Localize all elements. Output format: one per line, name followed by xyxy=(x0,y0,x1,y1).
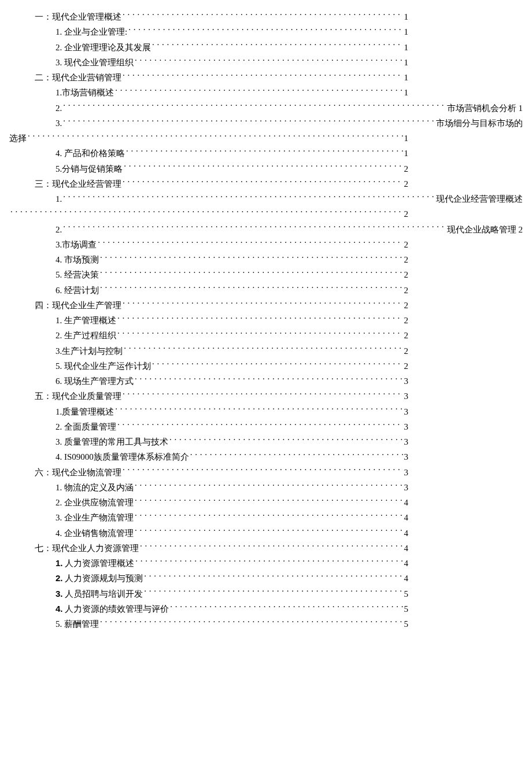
toc-entry-label: 2. 人力资源规划与预测 xyxy=(56,571,143,586)
toc-entry: 4. 企业销售物流管理4 xyxy=(56,526,408,541)
toc-entry: 1. 人力资源管理概述4 xyxy=(56,556,408,571)
toc-entry-label: 4. 人力资源的绩效管理与评价 xyxy=(56,601,169,616)
toc-entry-page: 1 xyxy=(404,85,409,100)
toc-entry: 6. 经营计划2 xyxy=(56,283,408,298)
dot-leader xyxy=(135,527,403,536)
toc-entry-page: 3 xyxy=(404,434,409,449)
dot-leader xyxy=(100,285,403,293)
toc-entry-label: 七：现代企业人力资源管理 xyxy=(35,541,139,556)
toc-entry-page: 2 xyxy=(404,267,409,282)
toc-entry-label: 2. 企业管理理论及其发展 xyxy=(56,40,151,55)
toc-entry-label: 5.分销与促销策略 xyxy=(56,161,123,176)
toc-entry: 2. 企业管理理论及其发展1 xyxy=(56,40,408,55)
toc-entry-label: 五：现代企业质量管理 xyxy=(35,389,121,404)
dot-leader xyxy=(98,239,402,247)
toc-entry-page: 2 xyxy=(404,328,409,343)
dot-leader xyxy=(135,512,403,520)
toc-entry: 2.现代企业战略管理 2 xyxy=(56,222,523,237)
toc-entry-page: 5 xyxy=(404,601,409,616)
toc-entry: 3.市场调查2 xyxy=(56,237,408,252)
toc-entry: 4. 产品和价格策略1 xyxy=(56,146,408,161)
toc-entry-label: 1.市场营销概述 xyxy=(56,85,114,100)
toc-entry-label: 选择 xyxy=(9,131,27,146)
dot-leader xyxy=(170,603,402,612)
toc-entry-page: 5 xyxy=(404,586,409,601)
toc-entry: 2 xyxy=(9,206,408,221)
toc-entry: 1.现代企业经营管理概述 xyxy=(56,191,523,206)
toc-entry: 2.市场营销机会分析 1 xyxy=(56,101,523,116)
toc-entry-page: 4 xyxy=(404,495,409,510)
toc-entry-label: 6. 现场生产管理方式 xyxy=(56,374,134,389)
toc-entry-page: 3 xyxy=(404,374,409,389)
toc-entry: 2. 企业供应物流管理4 xyxy=(56,495,408,510)
toc-entry-label: 3. 质量管理的常用工具与技术 xyxy=(56,434,168,449)
dot-leader xyxy=(117,315,403,323)
toc-entry-label: 5. 经营决策 xyxy=(56,267,99,282)
toc-entry: 5. 经营决策2 xyxy=(56,267,408,282)
dot-leader xyxy=(126,147,403,156)
toc-entry: 四：现代企业生产管理2 xyxy=(35,298,408,313)
toc-entry-page: 3 xyxy=(404,480,409,495)
toc-entry: 一：现代企业管理概述 1 xyxy=(35,9,408,24)
toc-entry-label: 2. xyxy=(56,101,62,116)
dot-leader xyxy=(152,42,403,50)
toc-entry-page: 5 xyxy=(404,616,409,631)
toc-entry-page: 1 xyxy=(404,146,409,161)
toc-entry-label: 4. IS09000族质量管理体系标准简介 xyxy=(56,449,189,464)
dot-leader xyxy=(63,224,446,232)
toc-entry-page: 1 xyxy=(404,55,409,70)
toc-entry-label: 4. 企业销售物流管理 xyxy=(56,526,134,541)
dot-leader xyxy=(135,57,403,65)
dot-leader xyxy=(152,360,403,369)
toc-entry-page: 2 xyxy=(404,343,409,359)
toc-entry-trailing: 市场细分与目标市场的 xyxy=(436,116,523,131)
dot-leader xyxy=(124,163,402,172)
toc-entry-trailing: 现代企业战略管理 2 xyxy=(447,222,523,237)
toc-entry: 七：现代企业人力资源管理4 xyxy=(35,541,408,556)
toc-entry-page: 2 xyxy=(404,252,409,267)
toc-entry-page: 2 xyxy=(404,176,409,191)
dot-leader xyxy=(117,330,403,338)
dot-leader xyxy=(123,11,403,20)
toc-entry-label: 3. xyxy=(56,116,62,131)
toc-entry: 3. 人员招聘与培训开发5 xyxy=(56,586,408,601)
dot-leader xyxy=(124,345,402,354)
dot-leader xyxy=(115,406,402,415)
dot-leader xyxy=(135,557,402,566)
toc-entry-page: 1 xyxy=(404,70,409,85)
toc-entry: 2. 生产过程组织2 xyxy=(56,328,408,343)
toc-entry: 二：现代企业营销管理1 xyxy=(35,70,408,85)
toc-entry-page: 3 xyxy=(404,465,409,480)
toc-entry-label: 四：现代企业生产管理 xyxy=(35,298,121,313)
toc-entry: 六：现代企业物流管理3 xyxy=(35,465,408,480)
dot-leader xyxy=(140,542,403,551)
toc-entry: 五：现代企业质量管理3 xyxy=(35,389,408,404)
toc-entry-label: 六：现代企业物流管理 xyxy=(35,465,121,480)
toc-entry-label: 6. 经营计划 xyxy=(56,283,99,298)
dot-leader xyxy=(28,132,403,141)
toc-entry: 3. 现代企业管理组织1 xyxy=(56,55,408,70)
toc-entry: 3. 企业生产物流管理4 xyxy=(56,510,408,525)
toc-entry-page: 4 xyxy=(404,571,409,586)
dot-leader xyxy=(123,390,403,399)
toc-entry-page: 4 xyxy=(404,510,409,525)
toc-entry-page: 2 xyxy=(404,313,409,328)
dot-leader xyxy=(144,588,402,597)
toc-entry: 2. 人力资源规划与预测4 xyxy=(56,571,408,586)
dot-leader xyxy=(63,193,435,202)
toc-entry: 1. 企业与企业管理:1 xyxy=(56,24,408,39)
dot-leader xyxy=(135,482,403,490)
toc-entry: 4. 人力资源的绩效管理与评价5 xyxy=(56,601,408,616)
toc-entry: 三：现代企业经营管理2 xyxy=(35,176,408,191)
dot-leader xyxy=(117,421,403,430)
toc-entry: 5. 现代企业生产运作计划2 xyxy=(56,359,408,374)
toc-entry-label: 4. 产品和价格策略 xyxy=(56,146,125,161)
toc-entry-page: 4 xyxy=(404,556,409,571)
toc-entry-label: 一：现代企业管理概述 xyxy=(35,9,121,24)
dot-leader xyxy=(135,375,403,384)
toc-entry-page: 2 xyxy=(404,237,409,252)
toc-entry-label: 2. 生产过程组织 xyxy=(56,328,116,343)
toc-entry-page: 1 xyxy=(404,9,409,24)
toc-entry: 4. 市场预测2 xyxy=(56,252,408,267)
toc-entry: 5. 薪酬管理5 xyxy=(56,616,408,631)
